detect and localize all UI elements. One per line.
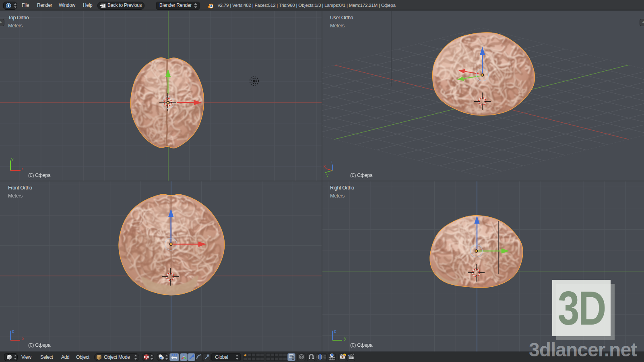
svg-text:x: x (324, 164, 326, 169)
svg-text:z: z (330, 160, 332, 164)
svg-text:x: x (22, 336, 25, 341)
svg-text:y: y (326, 173, 328, 177)
svg-text:z: z (12, 329, 14, 333)
svg-text:y: y (11, 156, 14, 161)
svg-text:z: z (334, 329, 336, 333)
svg-text:y: y (344, 336, 347, 341)
svg-text:x: x (21, 166, 24, 171)
svg-text:i: i (8, 3, 9, 8)
